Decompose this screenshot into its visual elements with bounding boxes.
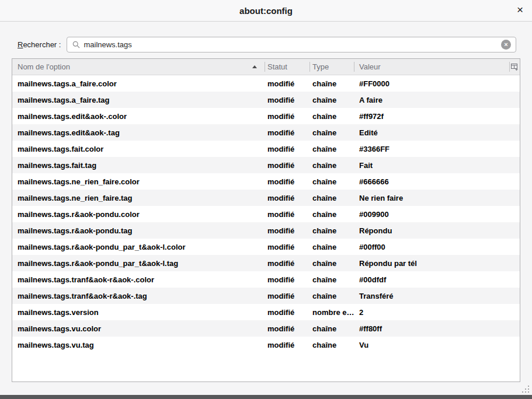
column-header-name[interactable]: Nom de l'option <box>12 59 265 75</box>
pref-status: modifié <box>265 210 310 219</box>
pref-name: mailnews.tags.fait.color <box>12 145 265 153</box>
pref-value: #00ff00 <box>354 243 520 251</box>
pref-name: mailnews.tags.edit&aok-.color <box>12 112 265 121</box>
window-title: about:config <box>239 6 293 16</box>
pref-type: chaîne <box>310 292 354 300</box>
pref-name: mailnews.tags.vu.color <box>12 324 265 333</box>
pref-name: mailnews.tags.r&aok-pondu.tag <box>12 226 265 235</box>
pref-status: modifié <box>265 243 310 251</box>
table-row[interactable]: mailnews.tags.tranf&aok-r&aok-.color mod… <box>12 271 520 288</box>
pref-value: Transféré <box>354 292 520 300</box>
clear-search-icon[interactable]: × <box>501 40 511 50</box>
pref-value: Fait <box>354 161 520 170</box>
column-picker-icon <box>510 63 519 71</box>
pref-type: chaîne <box>310 275 354 284</box>
pref-status: modifié <box>265 96 310 104</box>
pref-status: modifié <box>265 128 310 137</box>
column-header-status[interactable]: Statut <box>265 59 310 75</box>
search-input[interactable] <box>84 40 498 49</box>
table-row[interactable]: mailnews.tags.fait.tag modifié chaîne Fa… <box>12 157 520 173</box>
pref-status: modifié <box>265 292 310 300</box>
pref-name: mailnews.tags.r&aok-pondu.color <box>12 210 265 219</box>
table-header: Nom de l'option Statut Type Valeur <box>12 59 520 75</box>
window-bottom-edge <box>0 395 532 399</box>
pref-name: mailnews.tags.vu.tag <box>12 341 265 349</box>
table-row[interactable]: mailnews.tags.r&aok-pondu_par_t&aok-l.co… <box>12 239 520 255</box>
pref-name: mailnews.tags.r&aok-pondu_par_t&aok-l.ta… <box>12 259 265 268</box>
table-row[interactable]: mailnews.tags.version modifié nombre e… … <box>12 304 520 320</box>
pref-type: chaîne <box>310 324 354 333</box>
search-row: Rechercher : × <box>18 36 516 53</box>
table-row[interactable]: mailnews.tags.fait.color modifié chaîne … <box>12 141 520 157</box>
preferences-table: Nom de l'option Statut Type Valeur <box>12 58 520 382</box>
pref-type: chaîne <box>310 177 354 186</box>
pref-value: Vu <box>354 341 520 349</box>
pref-value: A faire <box>354 96 520 104</box>
table-body: mailnews.tags.a_faire.color modifié chaî… <box>12 75 520 353</box>
pref-status: modifié <box>265 324 310 333</box>
close-icon[interactable]: × <box>517 3 523 17</box>
pref-status: modifié <box>265 194 310 202</box>
pref-name: mailnews.tags.version <box>12 308 265 317</box>
column-header-value-label: Valeur <box>359 62 381 71</box>
pref-value: #ff80ff <box>354 324 520 333</box>
pref-name: mailnews.tags.ne_rien_faire.color <box>12 177 265 186</box>
pref-type: chaîne <box>310 128 354 137</box>
pref-status: modifié <box>265 112 310 121</box>
column-header-status-label: Statut <box>267 62 287 71</box>
pref-value: #009900 <box>354 210 520 219</box>
pref-status: modifié <box>265 161 310 170</box>
pref-value: #00dfdf <box>354 275 520 284</box>
table-row[interactable]: mailnews.tags.edit&aok-.color modifié ch… <box>12 108 520 124</box>
table-row[interactable]: mailnews.tags.vu.tag modifié chaîne Vu <box>12 337 520 353</box>
table-row[interactable]: mailnews.tags.r&aok-pondu.color modifié … <box>12 206 520 222</box>
table-row[interactable]: mailnews.tags.r&aok-pondu.tag modifié ch… <box>12 222 520 239</box>
pref-type: chaîne <box>310 145 354 153</box>
resize-grip-icon[interactable] <box>521 385 530 393</box>
table-row[interactable]: mailnews.tags.a_faire.tag modifié chaîne… <box>12 92 520 108</box>
pref-type: chaîne <box>310 161 354 170</box>
pref-status: modifié <box>265 308 310 317</box>
table-row[interactable]: mailnews.tags.ne_rien_faire.color modifi… <box>12 173 520 190</box>
pref-type: chaîne <box>310 79 354 88</box>
search-icon <box>72 41 80 48</box>
table-row[interactable]: mailnews.tags.a_faire.color modifié chaî… <box>12 75 520 92</box>
pref-type: chaîne <box>310 210 354 219</box>
column-header-type[interactable]: Type <box>310 59 354 75</box>
pref-name: mailnews.tags.tranf&aok-r&aok-.color <box>12 275 265 284</box>
pref-name: mailnews.tags.fait.tag <box>12 161 265 170</box>
column-header-name-label: Nom de l'option <box>18 62 70 71</box>
search-label-rest: echercher : <box>23 40 61 49</box>
column-header-value[interactable]: Valeur <box>354 59 509 75</box>
pref-status: modifié <box>265 79 310 88</box>
table-row[interactable]: mailnews.tags.vu.color modifié chaîne #f… <box>12 320 520 337</box>
table-row[interactable]: mailnews.tags.edit&aok-.tag modifié chaî… <box>12 124 520 141</box>
pref-type: chaîne <box>310 96 354 104</box>
pref-value: 2 <box>354 308 520 317</box>
search-box[interactable]: × <box>67 37 516 52</box>
pref-status: modifié <box>265 341 310 349</box>
pref-type: chaîne <box>310 341 354 349</box>
pref-type: nombre e… <box>310 308 354 317</box>
pref-status: modifié <box>265 145 310 153</box>
pref-type: chaîne <box>310 226 354 235</box>
pref-name: mailnews.tags.a_faire.tag <box>12 96 265 104</box>
pref-value: Répondu <box>354 226 520 235</box>
table-row[interactable]: mailnews.tags.ne_rien_faire.tag modifié … <box>12 190 520 206</box>
column-picker-button[interactable] <box>509 59 520 75</box>
pref-name: mailnews.tags.a_faire.color <box>12 79 265 88</box>
pref-status: modifié <box>265 275 310 284</box>
pref-value: #666666 <box>354 177 520 186</box>
title-bar: about:config × <box>0 0 532 22</box>
column-header-type-label: Type <box>312 62 329 71</box>
table-row[interactable]: mailnews.tags.r&aok-pondu_par_t&aok-l.ta… <box>12 255 520 271</box>
table-row[interactable]: mailnews.tags.tranf&aok-r&aok-.tag modif… <box>12 288 520 304</box>
pref-status: modifié <box>265 177 310 186</box>
pref-type: chaîne <box>310 112 354 121</box>
pref-name: mailnews.tags.edit&aok-.tag <box>12 128 265 137</box>
pref-status: modifié <box>265 226 310 235</box>
pref-name: mailnews.tags.ne_rien_faire.tag <box>12 194 265 202</box>
search-label-accesskey: R <box>18 40 23 49</box>
pref-type: chaîne <box>310 243 354 251</box>
pref-value: #ff972f <box>354 112 520 121</box>
